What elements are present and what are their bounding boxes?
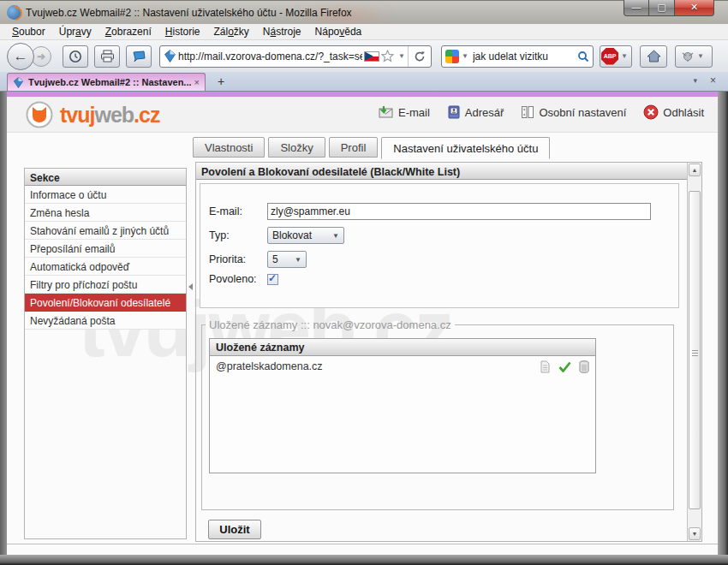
record-value: @pratelskadomena.cz [216,360,540,372]
sidebar-item[interactable]: Přeposílání emailů [25,240,186,258]
new-tab-button[interactable]: + [211,74,231,91]
menu-item[interactable]: Nápověda [308,26,369,38]
settings-nav-label: Osobní nastavení [539,106,626,119]
menu-bar: SouborÚpravyZobrazeníHistorieZáložkyNást… [0,24,728,40]
tab-title: Tvujweb.cz Webmail#2 :: Nastaven... [28,77,191,87]
site-logo[interactable]: tvujweb.cz [26,101,159,128]
confirm-record-icon[interactable] [558,361,571,372]
webmail-page: tvujweb.cz tvujweb.cz E-mail [7,97,718,555]
addon-button[interactable]: ▼ [675,45,713,68]
adblock-dropdown-icon[interactable]: ▼ [618,52,630,60]
url-input[interactable] [176,50,364,63]
browser-tab-active[interactable]: Tvujweb.cz Webmail#2 :: Nastaven... × [7,73,206,91]
enabled-checkbox[interactable] [267,274,278,285]
type-field-label: Typ: [209,229,267,241]
reload-button[interactable] [408,46,431,67]
history-clock-button[interactable] [63,45,88,68]
google-icon [445,50,459,63]
search-bar[interactable]: ▼ [441,45,594,68]
type-select[interactable]: Blokovat ▼ [267,227,344,244]
panel-title: Povolení a Blokovaní odesilatelé (Black/… [196,163,687,180]
enabled-field-label: Povoleno: [209,273,267,285]
history-nav-group: ➜ ← [7,43,57,70]
addressbook-nav-button[interactable]: Adresář [447,105,504,119]
window-frame-left [0,92,7,565]
blacklist-form: E-mail: Typ: Blokovat ▼ Priorita: 5 ▼ [200,183,679,308]
scroll-down-icon[interactable]: ▼ [689,527,701,540]
sidebar-header: Sekce [25,169,186,186]
window-frame-bottom [0,555,728,565]
home-icon [647,50,661,62]
type-select-value: Blokovat [272,229,312,241]
firefox-window: Tvujweb.cz Webmail#2 :: Nastavení uživat… [0,0,728,565]
delete-record-icon[interactable] [579,360,589,373]
minimize-button[interactable]: — [624,0,649,16]
sidebar-item[interactable]: Filtry pro příchozí poštu [25,276,186,294]
saved-records-table: Uložené záznamy @pratelskadomena.cz [209,338,596,473]
sidebar: Sekce Informace o účtuZměna heslaStahová… [24,168,187,539]
site-tab[interactable]: Vlastnosti [193,137,265,158]
home-button[interactable] [640,45,667,68]
table-row: @pratelskadomena.cz [210,356,595,377]
addressbook-icon [447,105,461,119]
title-bar[interactable]: Tvujweb.cz Webmail#2 :: Nastavení uživat… [0,0,728,24]
sidebar-item[interactable]: Automatická odpověď [25,258,186,276]
menu-item[interactable]: Úpravy [52,26,98,38]
table-header: Uložené záznamy [210,339,595,356]
table-rows: @pratelskadomena.cz [210,356,595,377]
czech-flag-icon [364,51,379,62]
sidebar-item[interactable]: Povolení/Blokovaní odesílatelé [25,294,186,312]
addressbook-nav-label: Adresář [465,106,504,119]
sidebar-item[interactable]: Nevyžádaná pošta [25,312,186,330]
email-nav-button[interactable]: E-mail [378,105,430,119]
firefox-icon [7,5,21,20]
search-engine-dropdown-icon[interactable]: ▼ [459,52,471,60]
magnifier-icon[interactable] [577,51,589,62]
search-input[interactable] [471,50,577,63]
menu-item[interactable]: Záložky [206,26,255,38]
sidebar-item[interactable]: Informace o účtu [25,186,186,204]
menu-item[interactable]: Nástroje [256,26,308,38]
edit-record-icon[interactable] [540,360,551,373]
scrollbar-grip [692,350,698,357]
panel-scrollbar[interactable]: ▲ ▼ [687,163,701,541]
site-tab[interactable]: Složky [268,137,325,158]
panel-splitter-icon[interactable] [188,283,193,290]
bookmark-star-icon[interactable] [379,50,396,62]
list-tabs-icon[interactable]: ▾ [693,76,697,85]
saved-records-fieldset: Uložené záznamy ::: novak@vzorova-domena… [201,318,674,510]
url-bar[interactable]: ▼ [159,45,432,68]
adblock-icon: ABP [601,48,618,65]
sidebar-item[interactable]: Stahování emailů z jiných účtů [25,222,186,240]
feedback-button[interactable] [126,45,152,68]
tabstrip-close-icon[interactable]: × [710,74,716,86]
site-nav-buttons: E-mail Adresář Osobní nastavení Odhlásit [378,104,704,120]
menu-item[interactable]: Historie [158,26,207,38]
save-button[interactable]: Uložit [208,520,261,539]
sidebar-item[interactable]: Změna hesla [25,204,186,222]
adblock-button[interactable]: ABP ▼ [600,45,632,68]
email-icon [378,105,394,119]
site-favicon [164,50,176,62]
printer-icon [100,50,115,62]
email-field[interactable] [267,203,651,220]
site-tab[interactable]: Profil [329,137,379,158]
settings-nav-button[interactable]: Osobní nastavení [521,105,626,119]
close-button[interactable]: ✕ [675,0,714,16]
menu-item[interactable]: Zobrazení [98,26,158,38]
url-dropdown-icon[interactable]: ▼ [396,52,408,60]
tab-close-icon[interactable]: × [191,77,200,87]
blue-bubble-icon [132,51,146,62]
maximize-button[interactable]: ▢ [649,0,675,16]
priority-select-value: 5 [272,253,278,265]
back-button[interactable]: ← [7,43,34,70]
scrollbar-thumb[interactable] [689,191,701,509]
addon-dropdown-icon[interactable]: ▼ [695,52,707,60]
logout-nav-button[interactable]: Odhlásit [643,104,704,120]
site-tab[interactable]: Nastavení uživatelského účtu [381,137,550,159]
priority-select[interactable]: 5 ▼ [267,251,307,268]
scroll-up-icon[interactable]: ▲ [689,164,701,176]
menu-item[interactable]: Soubor [5,26,52,38]
chevron-down-icon: ▼ [325,232,339,240]
print-button[interactable] [94,45,120,68]
